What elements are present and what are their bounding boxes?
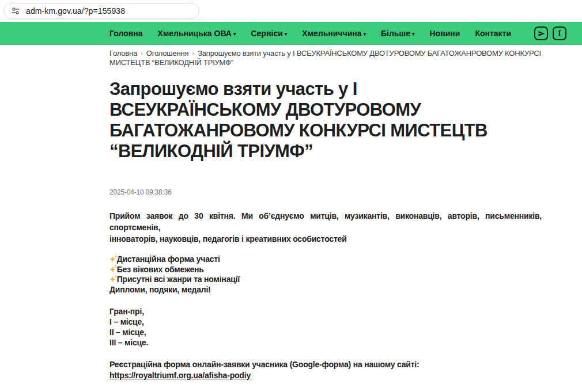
facebook-letter: f bbox=[558, 29, 561, 38]
chevron-down-icon: ▾ bbox=[363, 32, 366, 37]
browser-address-bar: adm-km.gov.ua/?p=155938 bbox=[0, 0, 582, 22]
feature-list: ✦✦ Дистанційна форма участі ✦✦ Без віков… bbox=[109, 254, 542, 295]
feature-text: Присутні всі жанри та номінації bbox=[117, 275, 240, 285]
title-line: ВСЕУКРАЇНСЬКОМУ ДВОТУРОВОМУ bbox=[109, 100, 542, 120]
nav-item-news[interactable]: Новини bbox=[429, 29, 460, 38]
list-item: ✦✦ Без вікових обмежень bbox=[109, 265, 542, 275]
url-text[interactable]: adm-km.gov.ua/?p=155938 bbox=[26, 6, 125, 16]
breadcrumb: Головна›Оголошення›Запрошуємо взяти учас… bbox=[109, 49, 542, 67]
prize-line: ІІ – місце, bbox=[109, 327, 542, 337]
registration-link[interactable]: https://royaltriumf.org.ua/afisha-podiy bbox=[109, 370, 251, 381]
intro-line: інноваторів, науковців, педагогів і креа… bbox=[109, 233, 542, 245]
nav-item-label: Хмельницька ОВА bbox=[158, 29, 232, 38]
registration-text: Реєстраційна форма онлайн-заявки учасник… bbox=[109, 359, 542, 370]
publish-date: 2025-04-10 09:38:36 bbox=[109, 188, 542, 196]
chevron-right-icon: › bbox=[192, 50, 194, 58]
page-content: Головна›Оголошення›Запрошуємо взяти учас… bbox=[109, 49, 542, 392]
nav-item-more[interactable]: Більше ▾ bbox=[381, 29, 414, 38]
feature-text: Дистанційна форма участі bbox=[117, 254, 220, 265]
list-item: ✦✦ Присутні всі жанри та номінації bbox=[109, 275, 542, 285]
awards-line: Дипломи, подяки, медалі! bbox=[109, 285, 542, 295]
nav-item-services[interactable]: Сервіси ▾ bbox=[251, 29, 287, 38]
nav-item-khmelnychchyna[interactable]: Хмельниччина ▾ bbox=[302, 29, 366, 38]
prize-list: Гран-прі, І – місце, ІІ – місце, ІІІ – м… bbox=[109, 306, 542, 348]
prize-line: ІІІ – місце. bbox=[109, 337, 542, 348]
nav-social-links: f bbox=[534, 26, 566, 40]
sparkle-icon: ✦✦ bbox=[109, 275, 116, 285]
breadcrumb-section[interactable]: Оголошення bbox=[146, 49, 189, 58]
breadcrumb-home[interactable]: Головна bbox=[109, 49, 137, 58]
nav-item-label: Сервіси bbox=[251, 29, 282, 38]
chevron-right-icon: › bbox=[141, 50, 143, 58]
facebook-icon[interactable]: f bbox=[553, 26, 566, 40]
site-navigation: Головна Хмельницька ОВА ▾ Сервіси ▾ Хмел… bbox=[0, 22, 582, 45]
feature-text: Без вікових обмежень bbox=[117, 265, 204, 275]
list-item: ✦✦ Дистанційна форма участі bbox=[109, 254, 542, 265]
intro-line: Прийом заявок до 30 квітня. Ми об’єднуєм… bbox=[109, 210, 542, 233]
nav-item-home[interactable]: Головна bbox=[109, 29, 143, 38]
nav-item-label: Контакти bbox=[475, 29, 511, 38]
url-omnibox[interactable]: adm-km.gov.ua/?p=155938 bbox=[3, 3, 199, 19]
prize-line: Гран-прі, bbox=[109, 306, 542, 317]
nav-item-label: Хмельниччина bbox=[302, 29, 361, 38]
chevron-down-icon: ▾ bbox=[285, 32, 288, 37]
nav-item-khmelnytska-ova[interactable]: Хмельницька ОВА ▾ bbox=[158, 29, 236, 38]
intro-paragraph: Прийом заявок до 30 квітня. Ми об’єднуєм… bbox=[109, 210, 542, 245]
nav-item-label: Головна bbox=[109, 29, 143, 38]
telegram-icon[interactable] bbox=[534, 26, 548, 40]
title-line: БАГАТОЖАНРОВОМУ КОНКУРСІ МИСТЕЦТВ bbox=[109, 120, 542, 141]
nav-item-contacts[interactable]: Контакти bbox=[475, 29, 511, 38]
registration-block: Реєстраційна форма онлайн-заявки учасник… bbox=[109, 359, 542, 381]
site-settings-icon[interactable] bbox=[11, 6, 20, 16]
chevron-down-icon: ▾ bbox=[233, 32, 236, 37]
chevron-down-icon: ▾ bbox=[412, 32, 415, 37]
page-title: Запрошуємо взяти участь у І ВСЕУКРАЇНСЬК… bbox=[109, 79, 542, 162]
nav-item-label: Більше bbox=[381, 29, 410, 38]
title-line: Запрошуємо взяти участь у І bbox=[109, 79, 542, 100]
title-line: “ВЕЛИКОДНІЙ ТРІУМФ” bbox=[109, 141, 542, 162]
nav-item-label: Новини bbox=[429, 29, 460, 38]
prize-line: І – місце, bbox=[109, 317, 542, 327]
